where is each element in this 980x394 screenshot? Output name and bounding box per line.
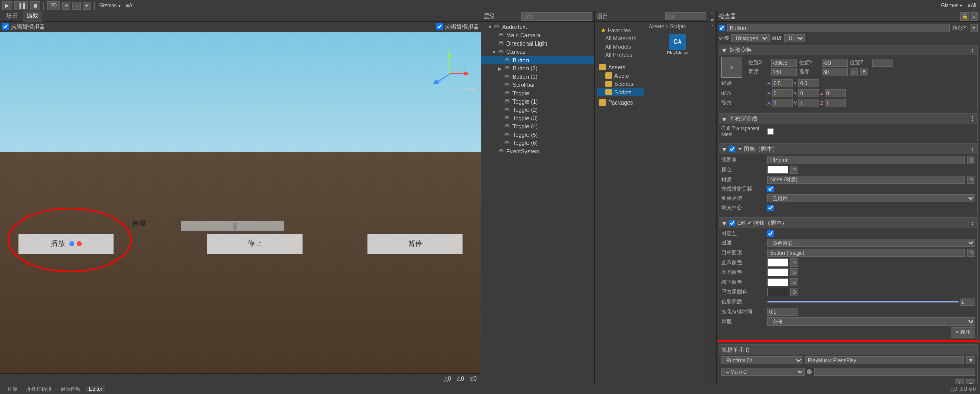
- scale-y-field[interactable]: [798, 89, 819, 97]
- onclick-obj-dot[interactable]: [807, 369, 812, 374]
- pos-y-field[interactable]: [822, 59, 848, 67]
- pressed-color-pick[interactable]: ⊙: [790, 278, 798, 286]
- onclick-remove-btn[interactable]: −: [966, 379, 975, 384]
- layer-dropdown[interactable]: UI: [784, 34, 805, 42]
- hierarchy-search[interactable]: [521, 12, 592, 21]
- hierarchy-item-scrollbar[interactable]: 🎮Scrollbar: [481, 81, 594, 89]
- hierarchy-item-directionallight[interactable]: 🎮Directional Light: [481, 39, 594, 48]
- source-image-pick-icon[interactable]: ⊙: [967, 156, 975, 164]
- light-icon[interactable]: ☀: [62, 2, 70, 10]
- interactable-checkbox[interactable]: [767, 230, 774, 237]
- fav-all-prefabs[interactable]: All Prefabs: [599, 51, 642, 59]
- is-menu[interactable]: ⋮: [970, 145, 975, 152]
- hierarchy-item-canvas[interactable]: ▼🎮Canvas: [481, 48, 594, 56]
- normal-color-swatch[interactable]: [767, 258, 788, 267]
- bs-menu[interactable]: ⋮: [970, 220, 975, 226]
- disabled-color-pick[interactable]: ⊙: [790, 288, 798, 296]
- scale-z-field[interactable]: [825, 89, 846, 97]
- hierarchy-item-toggle(3)[interactable]: 🎮Toggle (3): [481, 114, 594, 122]
- target-graphic-field[interactable]: [767, 249, 965, 257]
- visualize-btn[interactable]: 可视化: [951, 327, 975, 338]
- rot-y-field[interactable]: [798, 99, 819, 107]
- pressed-color-swatch[interactable]: [767, 278, 788, 286]
- hierarchy-item-toggle(4)[interactable]: 🎮Toggle (4): [481, 122, 594, 130]
- hierarchy-item-maincamera[interactable]: 🎮Main Camera: [481, 31, 594, 39]
- image-type-select[interactable]: 已切片: [767, 194, 975, 202]
- rot-x-field[interactable]: [772, 99, 793, 107]
- scripts-folder[interactable]: Scripts: [597, 88, 644, 96]
- color-pick-icon[interactable]: ⊙: [790, 166, 798, 174]
- project-search[interactable]: [665, 12, 706, 20]
- anchor-y-field[interactable]: [798, 79, 819, 87]
- fav-all-materials[interactable]: All Materials: [599, 34, 642, 42]
- sound-icon[interactable]: ♪: [72, 2, 81, 10]
- pos-x-field[interactable]: [771, 59, 797, 67]
- navigation-select[interactable]: 自动: [767, 317, 975, 326]
- btn-2d[interactable]: 2D: [47, 1, 60, 10]
- scenes-folder[interactable]: Scenes: [597, 80, 644, 88]
- material-field[interactable]: [767, 176, 965, 184]
- toolbar-stop-btn[interactable]: ◼: [30, 1, 40, 10]
- play-button[interactable]: 播放: [18, 234, 114, 254]
- hierarchy-item-button[interactable]: 🎮Button: [481, 56, 594, 64]
- fav-all-models[interactable]: All Models: [599, 42, 642, 51]
- effects-icon[interactable]: ✦: [83, 2, 91, 10]
- hierarchy-item-audiotext[interactable]: ▼🎮AudioText: [481, 23, 594, 31]
- cull-checkbox[interactable]: [767, 128, 774, 135]
- onclick-runtime-select2[interactable]: = Main C: [721, 368, 805, 376]
- onclick-func-field2[interactable]: [814, 368, 975, 376]
- inspector-lock-icon[interactable]: 🔒: [960, 12, 969, 21]
- rt-icon2[interactable]: R: [860, 68, 868, 76]
- anchor-preset-btn[interactable]: ⊞: [721, 57, 742, 78]
- cr-menu[interactable]: ⋮: [970, 115, 975, 122]
- tab-editor[interactable]: Editor: [86, 386, 105, 392]
- multiplier-value-field[interactable]: [960, 298, 975, 306]
- stop-button[interactable]: 停止: [207, 234, 303, 254]
- source-image-field[interactable]: [767, 156, 965, 164]
- onclick-type-btn1[interactable]: ▾: [966, 356, 975, 364]
- tab-scene[interactable]: 场景: [2, 11, 22, 22]
- hierarchy-item-button(1)[interactable]: 🎮Button (1): [481, 72, 594, 81]
- color-swatch[interactable]: [767, 166, 788, 174]
- material-pick-icon[interactable]: ⊙: [967, 176, 975, 184]
- hierarchy-item-toggle(5)[interactable]: 🎮Toggle (5): [481, 130, 594, 139]
- button-enabled-checkbox[interactable]: [729, 220, 735, 226]
- onclick-runtime-select1[interactable]: Runtime Ot: [721, 356, 803, 364]
- toolbar-pause-btn[interactable]: ▐▐: [14, 1, 28, 10]
- fill-center-checkbox[interactable]: [767, 205, 774, 211]
- hierarchy-item-toggle(2)[interactable]: 🎮Toggle (2): [481, 106, 594, 114]
- image-script-header[interactable]: ▼ ✦ 图像（脚本） ⋮: [719, 144, 977, 154]
- fade-duration-field[interactable]: [767, 308, 798, 316]
- object-active-checkbox[interactable]: [719, 25, 725, 31]
- toolbar-play-btn[interactable]: ▶: [2, 1, 12, 10]
- tab-audio[interactable]: 遍历音频: [57, 385, 84, 393]
- onclick-func-field1[interactable]: [805, 356, 964, 364]
- pos-z-field[interactable]: [872, 59, 893, 67]
- rt-menu-icon[interactable]: ⋮: [970, 47, 975, 53]
- anchor-x-field[interactable]: [772, 79, 793, 87]
- button-script-header[interactable]: ▼ OK ✔ 按钮（脚本） ⋮: [719, 218, 977, 228]
- hierarchy-item-toggle(6)[interactable]: 🎮Toggle (6): [481, 139, 594, 147]
- hierarchy-item-toggle(1)[interactable]: 🎮Toggle (1): [481, 97, 594, 106]
- highlight-color-swatch[interactable]: [767, 268, 788, 276]
- tab-animation[interactable]: 片像: [4, 385, 21, 393]
- antialias-checkbox[interactable]: [2, 23, 9, 30]
- rt-icon1[interactable]: ↕: [850, 68, 858, 76]
- highlight-color-pick[interactable]: ⊙: [790, 268, 798, 276]
- tag-dropdown[interactable]: Untagged: [731, 34, 770, 42]
- play-music-script[interactable]: C# PlayMusic: [649, 32, 706, 57]
- tab-game[interactable]: 游戏: [23, 11, 42, 22]
- static-dropdown-icon[interactable]: ▾: [970, 24, 978, 32]
- hierarchy-item-button(2)[interactable]: ▶🎮Button (2): [481, 64, 594, 72]
- pause-button[interactable]: 暂停: [367, 234, 463, 254]
- antialias-checkbox2[interactable]: [436, 23, 443, 30]
- hierarchy-item-toggle[interactable]: 🎮Toggle: [481, 89, 594, 97]
- rot-z-field[interactable]: [825, 99, 846, 107]
- scale-x-field[interactable]: [772, 89, 793, 97]
- height-field[interactable]: [822, 68, 848, 76]
- rect-transform-header[interactable]: ▼ 矩形变换 ⋮: [719, 45, 977, 55]
- audio-folder[interactable]: Audio: [597, 71, 644, 80]
- packages-folder[interactable]: Packages: [597, 98, 644, 107]
- onclick-add-btn[interactable]: +: [955, 379, 964, 384]
- object-name-field[interactable]: [727, 24, 950, 32]
